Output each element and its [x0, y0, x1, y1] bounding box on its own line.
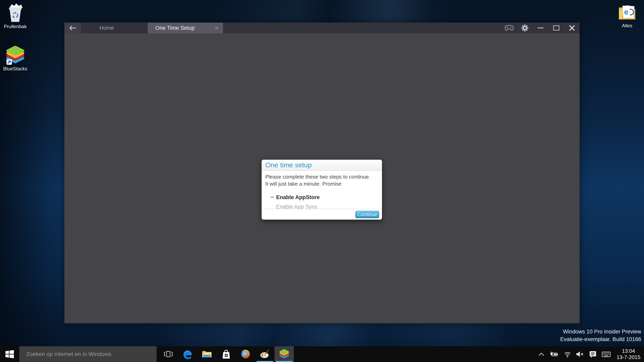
shortcut-arrow-icon [6, 59, 12, 65]
action-center-icon [588, 350, 597, 358]
bluestacks-icon [6, 46, 25, 65]
continue-button[interactable]: Continue [356, 211, 379, 218]
step-label: Enable AppStore [276, 194, 320, 201]
step-enable-appstore: Enable AppStore [265, 193, 378, 202]
volume-muted-icon [575, 351, 585, 358]
clock-date: 13-7-2015 [617, 354, 640, 361]
watermark-line: Evaluatie-exemplaar. Build 10166 [560, 336, 641, 343]
store-icon [222, 349, 231, 360]
dialog-title: One time setup [265, 161, 312, 169]
folder-icon: e [618, 3, 637, 22]
settings-button[interactable] [519, 22, 530, 33]
clock-time: 13:04 [622, 348, 635, 354]
tray-battery-button[interactable] [549, 346, 559, 362]
dialog-intro-line: Please complete these two steps to conti… [265, 173, 378, 180]
back-button[interactable] [64, 22, 81, 33]
battery-icon [550, 351, 559, 358]
svg-text:e: e [624, 7, 628, 16]
taskbar-clock[interactable]: 13:04 13-7-2015 [614, 346, 644, 362]
taskbar-task-view-button[interactable] [158, 346, 178, 362]
start-button[interactable] [0, 346, 19, 362]
gamepad-button[interactable] [504, 22, 515, 33]
windows-watermark: Windows 10 Pro Insider Preview Evaluatie… [560, 328, 641, 343]
tab-label: Home [100, 25, 114, 31]
taskbar-file-explorer-button[interactable] [197, 346, 216, 362]
firefox-icon [240, 349, 251, 360]
gear-icon [521, 24, 528, 31]
windows-logo-icon [6, 350, 14, 359]
taskbar-bluestacks-button[interactable] [274, 346, 294, 362]
taskbar-store-button[interactable] [216, 346, 236, 362]
running-app-underline [256, 361, 273, 362]
taskbar-paint-button[interactable] [255, 346, 274, 362]
maximize-icon [553, 25, 560, 30]
recycle-bin-icon [6, 3, 24, 23]
dialog-footer: Continue [262, 209, 382, 220]
step-dash-icon [270, 197, 274, 198]
taskbar-edge-button[interactable] [178, 346, 197, 362]
bluestacks-icon [279, 349, 289, 359]
file-explorer-icon [202, 350, 212, 359]
tray-action-center-button[interactable] [588, 346, 598, 362]
titlebar-controls [504, 22, 578, 33]
chevron-up-icon [538, 352, 545, 356]
window-content: One time setup Please complete these two… [64, 33, 580, 323]
desktop-icon-alles-folder[interactable]: e Alles [615, 3, 639, 28]
tab-one-time-setup[interactable]: One Time Setup [148, 22, 223, 33]
watermark-line: Windows 10 Pro Insider Preview [560, 328, 641, 336]
tab-home[interactable]: Home [81, 22, 148, 33]
maximize-button[interactable] [550, 22, 562, 33]
tray-keyboard-button[interactable] [601, 346, 612, 362]
bluestacks-window: Home One Time Setup [64, 22, 580, 323]
tray-wifi-button[interactable] [562, 346, 573, 362]
taskbar-firefox-button[interactable] [236, 346, 255, 362]
desktop-icon-label: Prullenbak [3, 24, 27, 29]
close-window-button[interactable] [566, 22, 578, 33]
back-arrow-icon [69, 25, 76, 31]
desktop-icon-label: BlueStacks [3, 66, 27, 72]
task-view-icon [164, 350, 173, 358]
dialog-header: One time setup [262, 160, 382, 171]
one-time-setup-dialog: One time setup Please complete these two… [262, 160, 382, 220]
window-titlebar: Home One Time Setup [64, 22, 580, 33]
wifi-icon [563, 351, 572, 358]
minimize-icon [537, 27, 544, 29]
minimize-button[interactable] [535, 22, 546, 33]
desktop: Prullenbak BlueStacks [0, 0, 644, 362]
running-app-underline [276, 361, 292, 362]
edge-icon [182, 349, 193, 360]
tray-show-hidden-button[interactable] [536, 346, 546, 362]
keyboard-icon [601, 351, 611, 358]
desktop-icon-recycle-bin[interactable]: Prullenbak [3, 3, 27, 29]
tab-close-icon [214, 26, 219, 30]
tab-label: One Time Setup [155, 25, 194, 31]
close-icon [569, 25, 575, 31]
gamepad-icon [505, 25, 514, 31]
desktop-icon-bluestacks[interactable]: BlueStacks [3, 46, 27, 72]
desktop-icon-label: Alles [615, 23, 639, 28]
taskbar: 13:04 13-7-2015 [0, 346, 644, 362]
search-input[interactable] [19, 346, 156, 362]
paint-icon [260, 349, 270, 359]
dialog-body: Please complete these two steps to conti… [262, 171, 382, 212]
tab-close-button[interactable] [214, 25, 220, 31]
tray-volume-button[interactable] [575, 346, 585, 362]
dialog-intro-line: It will just take a minute. Promise [265, 180, 378, 187]
